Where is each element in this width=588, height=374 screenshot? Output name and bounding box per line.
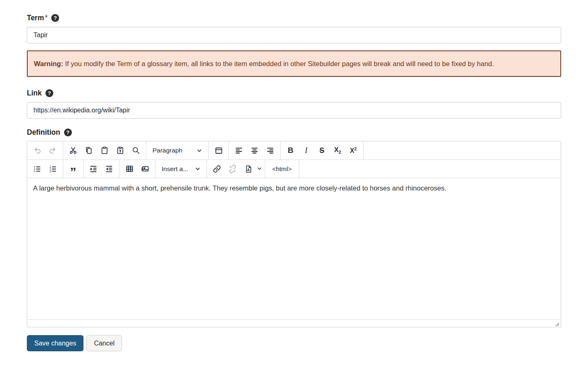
definition-help-icon[interactable]: ?	[64, 129, 72, 136]
superscript-icon: X2	[350, 147, 357, 154]
align-right-button[interactable]	[262, 143, 278, 158]
term-label-text: Term*	[27, 14, 48, 22]
bold-button[interactable]: B	[283, 143, 298, 158]
unlink-button[interactable]	[225, 161, 240, 177]
cancel-button[interactable]: Cancel	[86, 335, 122, 351]
glossary-item-form: Term* ? Warning: If you modify the Term …	[27, 14, 561, 351]
insert-pdf-button[interactable]	[240, 161, 256, 177]
cut-icon	[69, 146, 78, 155]
italic-button[interactable]: I	[298, 143, 314, 158]
term-label: Term* ?	[27, 14, 561, 22]
unordered-list-icon	[33, 164, 42, 174]
subscript-button[interactable]: X2	[330, 143, 345, 158]
warning-banner: Warning: If you modify the Term of a glo…	[27, 50, 561, 77]
align-center-icon	[250, 146, 259, 155]
redo-icon	[48, 146, 57, 155]
editor-toolbar-row-2: 123 ”	[27, 160, 561, 178]
chevron-down-icon	[257, 165, 262, 173]
align-center-button[interactable]	[247, 143, 262, 158]
align-left-button[interactable]	[231, 143, 247, 158]
definition-label-text: Definition	[27, 128, 60, 137]
strikethrough-icon: S	[319, 146, 324, 155]
subscript-icon: X2	[334, 147, 341, 155]
find-button[interactable]	[128, 143, 144, 158]
paste-button[interactable]	[97, 143, 112, 158]
panel-icon	[214, 146, 224, 155]
paragraph-format-value: Paragraph	[152, 147, 182, 154]
align-left-icon	[234, 146, 243, 155]
editor-statusbar	[27, 319, 561, 327]
italic-icon: I	[305, 146, 307, 155]
blockquote-button[interactable]: ”	[65, 161, 81, 177]
redo-button[interactable]	[45, 143, 61, 158]
undo-icon	[33, 146, 42, 155]
link-icon	[212, 164, 221, 174]
copy-icon	[84, 146, 93, 155]
undo-button[interactable]	[29, 143, 45, 158]
svg-text:3: 3	[50, 170, 51, 173]
insert-link-button[interactable]	[209, 161, 225, 177]
outdent-icon	[105, 164, 114, 174]
source-code-button[interactable]: <html>	[267, 161, 297, 177]
link-help-icon[interactable]: ?	[45, 89, 53, 97]
link-label: Link ?	[27, 89, 561, 98]
definition-text: A large herbivorous mammal with a short,…	[33, 184, 446, 192]
chevron-down-icon	[197, 148, 202, 153]
editor-toolbar-row-1: Paragraph B	[27, 141, 561, 160]
insert-a-value: Insert a...	[162, 165, 188, 173]
paste-as-text-button[interactable]	[112, 143, 128, 158]
insert-table-button[interactable]	[121, 161, 137, 177]
paste-as-text-icon	[116, 146, 125, 155]
term-input[interactable]	[27, 27, 561, 43]
paste-icon	[100, 146, 109, 155]
required-asterisk: *	[45, 14, 48, 22]
resize-handle-icon[interactable]	[554, 321, 559, 326]
pdf-dropdown-chevron[interactable]	[256, 161, 263, 177]
unlink-icon	[228, 164, 237, 174]
outdent-button[interactable]	[101, 161, 117, 177]
warning-text: If you modify the Term of a glossary ite…	[63, 60, 494, 67]
image-icon	[140, 164, 150, 174]
search-icon	[131, 146, 140, 155]
warning-prefix: Warning:	[34, 60, 63, 67]
strikethrough-button[interactable]: S	[314, 143, 330, 158]
rich-text-editor: Paragraph B	[27, 141, 561, 327]
numbered-list-button[interactable]: 123	[45, 161, 61, 177]
link-label-text: Link	[27, 89, 42, 98]
align-right-icon	[266, 146, 275, 155]
insert-a-select[interactable]: Insert a...	[157, 161, 205, 177]
bold-icon: B	[288, 146, 293, 155]
cut-button[interactable]	[65, 143, 81, 158]
insert-image-button[interactable]	[137, 161, 153, 177]
indent-button[interactable]	[86, 161, 101, 177]
bullet-list-button[interactable]	[29, 161, 45, 177]
ordered-list-icon: 123	[48, 164, 57, 174]
form-actions: Save changes Cancel	[27, 335, 561, 351]
panel-button[interactable]	[211, 143, 226, 158]
chevron-down-icon	[195, 166, 200, 172]
html-button-label: <html>	[272, 165, 292, 173]
link-input[interactable]	[27, 102, 561, 119]
term-help-icon[interactable]: ?	[51, 14, 59, 22]
save-changes-button[interactable]: Save changes	[27, 335, 83, 351]
paragraph-format-select[interactable]: Paragraph	[148, 143, 206, 158]
superscript-button[interactable]: X2	[345, 143, 361, 158]
pdf-file-icon	[244, 164, 253, 174]
copy-button[interactable]	[81, 143, 97, 158]
definition-editor-content[interactable]: A large herbivorous mammal with a short,…	[27, 178, 561, 319]
definition-label: Definition ?	[27, 128, 561, 137]
indent-icon	[89, 164, 98, 174]
table-icon	[125, 164, 134, 174]
